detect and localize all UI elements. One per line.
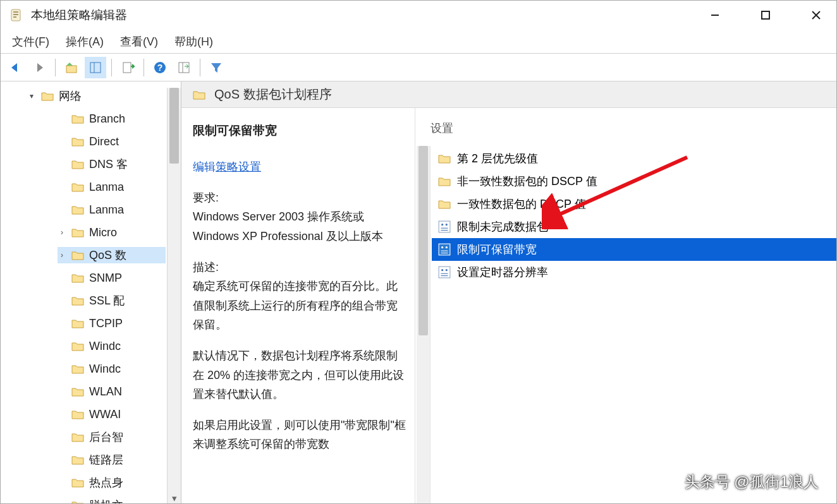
folder-icon xyxy=(71,409,84,419)
tree-item-label: 链路层 xyxy=(89,452,123,467)
minimize-button[interactable] xyxy=(702,6,728,25)
folder-icon xyxy=(71,136,84,147)
folder-icon xyxy=(71,387,84,397)
tree-item[interactable]: Direct xyxy=(58,133,166,150)
tree-item-label: 脱机文 xyxy=(89,498,123,504)
tree-item[interactable]: Windc xyxy=(58,361,166,377)
policy-icon xyxy=(438,244,451,255)
tree-item[interactable]: DNS 客 xyxy=(58,156,166,172)
policy-icon xyxy=(438,221,451,232)
settings-item-label: 限制未完成数据包 xyxy=(457,219,548,234)
svg-point-14 xyxy=(441,224,443,225)
svg-rect-6 xyxy=(90,63,101,73)
tree-item[interactable]: Lanma xyxy=(58,201,166,218)
folder-icon xyxy=(71,273,84,283)
tree-item[interactable]: 脱机文 xyxy=(58,497,166,504)
description-label: 描述: xyxy=(193,261,219,273)
tree-item[interactable]: WLAN xyxy=(58,383,166,400)
requirement-label: 要求: xyxy=(193,191,219,204)
settings-item-label: 设置定时器分辨率 xyxy=(457,265,548,280)
close-button[interactable] xyxy=(803,6,829,25)
tree-item[interactable]: Lanma xyxy=(58,179,166,195)
policy-icon xyxy=(438,267,451,278)
svg-rect-23 xyxy=(439,267,450,278)
chevron-down-icon: ▾ xyxy=(27,92,36,100)
tree-item[interactable]: 热点身 xyxy=(58,474,166,491)
tree-item[interactable]: ›Micro xyxy=(58,224,166,241)
tree-item[interactable]: Branch xyxy=(58,111,166,127)
window-controls xyxy=(702,6,829,25)
svg-point-15 xyxy=(446,224,448,225)
tree-item-label: 后台智 xyxy=(89,429,123,445)
tree-item[interactable]: SSL 配 xyxy=(58,292,166,309)
svg-point-24 xyxy=(441,269,443,271)
folder-icon xyxy=(71,341,84,351)
app-icon xyxy=(8,8,23,23)
folder-icon xyxy=(71,159,84,169)
settings-folder-item[interactable]: 非一致性数据包的 DSCP 值 xyxy=(432,170,836,193)
svg-rect-2 xyxy=(762,11,769,19)
svg-point-25 xyxy=(446,269,448,271)
up-level-button[interactable] xyxy=(61,57,82,78)
forward-button[interactable] xyxy=(28,57,50,78)
folder-icon xyxy=(71,455,84,465)
settings-scrollbar[interactable]: ▴ xyxy=(417,146,431,504)
tree-item[interactable]: SNMP xyxy=(58,270,166,286)
settings-column-header[interactable]: 设置 xyxy=(415,121,836,136)
tree-item[interactable]: 链路层 xyxy=(58,452,166,468)
menu-help[interactable]: 帮助(H) xyxy=(174,34,213,49)
folder-icon xyxy=(71,250,84,260)
show-hide-tree-button[interactable] xyxy=(85,57,106,78)
svg-rect-5 xyxy=(66,66,76,73)
tree-item[interactable]: WWAI xyxy=(58,406,166,423)
settings-item-label: 第 2 层优先级值 xyxy=(457,151,538,166)
svg-rect-13 xyxy=(439,221,450,232)
tree-panel: ▾网络BranchDirectDNS 客LanmaLanma›Micro›QoS… xyxy=(1,81,181,504)
tree-item-label: WWAI xyxy=(89,408,121,421)
tree-item-label: TCPIP xyxy=(89,317,123,330)
tree-item-label: Lanma xyxy=(89,203,124,217)
settings-policy-item[interactable]: 限制可保留带宽 xyxy=(432,238,836,261)
tree-root[interactable]: ▾网络 xyxy=(27,88,166,104)
titlebar: 本地组策略编辑器 xyxy=(1,1,836,30)
settings-folder-item[interactable]: 一致性数据包的 DSCP 值 xyxy=(432,193,836,215)
menu-action[interactable]: 操作(A) xyxy=(66,34,104,49)
maximize-button[interactable] xyxy=(753,6,778,25)
tree-item[interactable]: ›QoS 数 xyxy=(58,247,166,263)
settings-policy-item[interactable]: 限制未完成数据包 xyxy=(432,215,836,238)
policy-title: 限制可保留带宽 xyxy=(193,121,406,141)
menu-view[interactable]: 查看(V) xyxy=(120,34,158,49)
detail-body: 限制可保留带宽 编辑策略设置 要求: Windows Server 2003 操… xyxy=(181,108,836,504)
description-p1: 确定系统可保留的连接带宽的百分比。此值限制系统上运行的所有程序的组合带宽保留。 xyxy=(193,280,398,331)
settings-item-label: 限制可保留带宽 xyxy=(457,242,537,257)
detail-header: QoS 数据包计划程序 xyxy=(181,81,836,108)
tree-item-label: SSL 配 xyxy=(89,293,125,308)
toolbar-separator xyxy=(144,59,144,76)
svg-point-19 xyxy=(441,246,443,248)
tree-root-label: 网络 xyxy=(59,88,82,104)
content-area: ▾网络BranchDirectDNS 客LanmaLanma›Micro›QoS… xyxy=(1,81,836,504)
filter-button[interactable] xyxy=(205,57,227,78)
edit-policy-link[interactable]: 编辑策略设置 xyxy=(193,157,406,177)
tree-scrollbar[interactable]: ▴ ▾ xyxy=(167,88,181,504)
menu-file[interactable]: 文件(F) xyxy=(12,34,49,49)
settings-policy-item[interactable]: 设置定时器分辨率 xyxy=(432,261,836,284)
settings-folder-item[interactable]: 第 2 层优先级值 xyxy=(432,147,836,170)
settings-item-label: 一致性数据包的 DSCP 值 xyxy=(457,196,586,212)
back-button[interactable] xyxy=(4,57,26,78)
svg-rect-0 xyxy=(11,9,20,21)
help-button[interactable]: ? xyxy=(149,57,171,78)
toolbar: ? xyxy=(1,54,836,81)
properties-button[interactable] xyxy=(173,57,195,78)
tree-item[interactable]: Windc xyxy=(58,338,166,354)
description-panel: 限制可保留带宽 编辑策略设置 要求: Windows Server 2003 操… xyxy=(181,108,415,504)
tree-item-label: Lanma xyxy=(89,181,124,194)
tree-item[interactable]: 后台智 xyxy=(58,429,166,445)
export-list-button[interactable] xyxy=(117,57,138,78)
tree-item-label: 热点身 xyxy=(89,475,123,490)
folder-icon xyxy=(193,90,205,100)
requirement-text: Windows Server 2003 操作系统或 Windows XP Pro… xyxy=(193,210,383,243)
tree-item[interactable]: TCPIP xyxy=(58,315,166,332)
tree-item-label: Micro xyxy=(89,226,117,239)
folder-icon xyxy=(71,114,84,124)
